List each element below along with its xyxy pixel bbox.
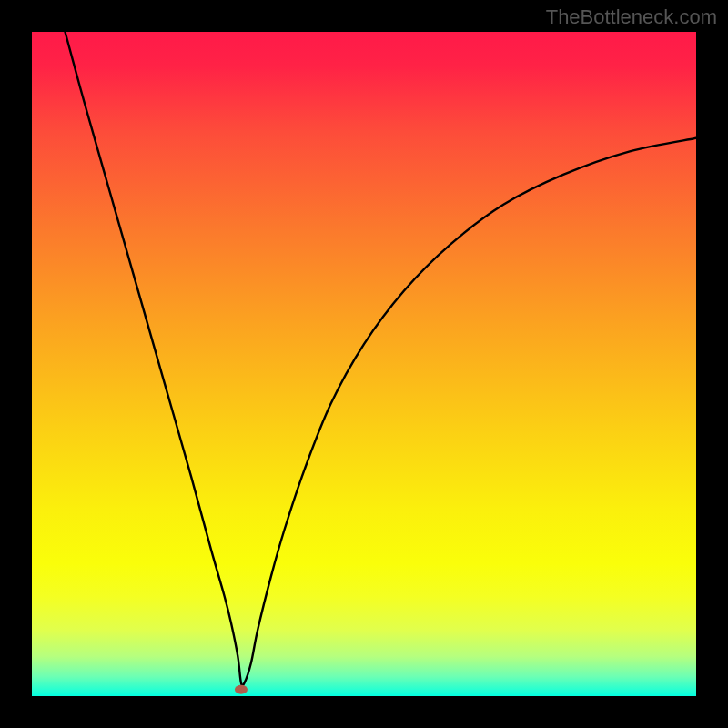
plot-area [32,32,696,696]
marker-dot [235,685,248,694]
watermark-text: TheBottleneck.com [546,5,717,29]
chart-frame: TheBottleneck.com [0,0,728,728]
chart-svg [32,32,696,696]
chart-background [32,32,696,696]
